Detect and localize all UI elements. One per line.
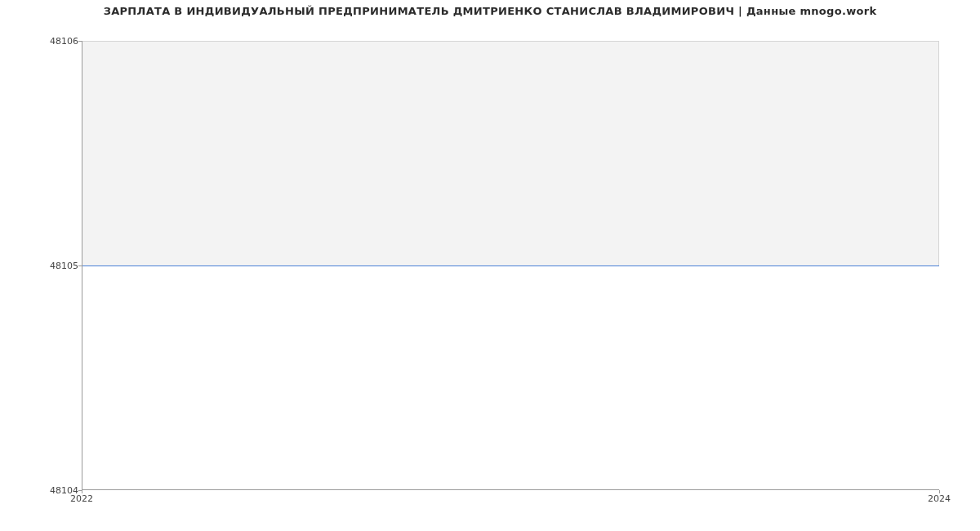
salary-line-chart: ЗАРПЛАТА В ИНДИВИДУАЛЬНЫЙ ПРЕДПРИНИМАТЕЛ… (0, 0, 980, 531)
chart-title: ЗАРПЛАТА В ИНДИВИДУАЛЬНЫЙ ПРЕДПРИНИМАТЕЛ… (0, 5, 980, 17)
y-tick-label: 48106 (5, 36, 78, 47)
x-tick-label: 2024 (928, 493, 951, 504)
series-line-salary (82, 266, 939, 266)
y-tick-label: 48105 (5, 261, 78, 271)
y-tick-label: 48104 (5, 485, 78, 496)
plot-area (82, 41, 939, 490)
x-tick-label: 2022 (70, 493, 93, 504)
x-tick-mark (939, 490, 940, 493)
x-tick-mark (82, 490, 82, 493)
grid-band (82, 41, 939, 266)
